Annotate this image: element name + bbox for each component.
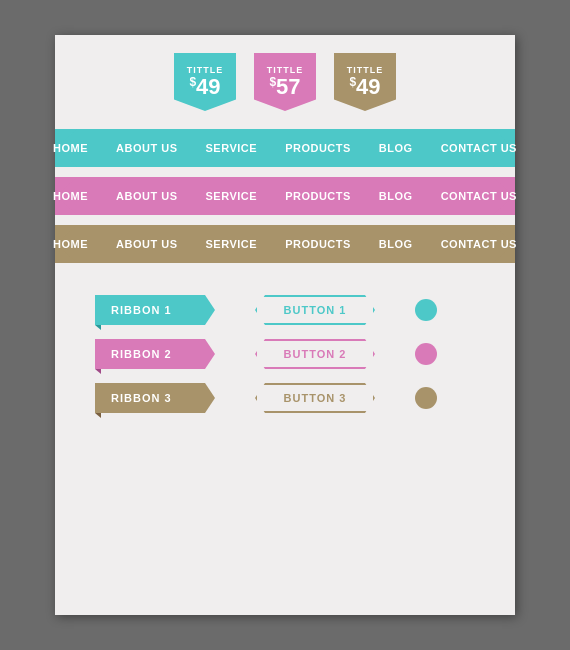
ribbon-1[interactable]: RIBBON 1 [95, 295, 215, 325]
button-1-body: BUTTON 1 [255, 295, 375, 325]
button-3[interactable]: BUTTON 3 [255, 383, 375, 413]
ribbon-2-body: RIBBON 2 [95, 339, 215, 369]
price-value-pink: $57 [269, 76, 300, 98]
nav-blog-3[interactable]: BLOG [365, 238, 427, 250]
nav-service-3[interactable]: SERVICE [192, 238, 272, 250]
price-tag-cyan: TITTLE $49 [174, 53, 236, 111]
ribbon-2[interactable]: RIBBON 2 [95, 339, 215, 369]
nav-service-2[interactable]: SERVICE [192, 190, 272, 202]
button-1[interactable]: BUTTON 1 [255, 295, 375, 325]
price-tag-label-pink: TITTLE [267, 65, 304, 75]
navbar-pink-items: HOME ABOUT US SERVICE PRODUCTS BLOG CONT… [77, 190, 493, 202]
price-tag-body-pink: TITTLE $57 [254, 53, 316, 111]
nav-about-2[interactable]: ABOUT US [102, 190, 191, 202]
navbar-cyan-items: HOME ABOUT US SERVICE PRODUCTS BLOG CONT… [77, 142, 493, 154]
elements-section: RIBBON 1 BUTTON 1 RIBBON 2 BUTTON 2 RIBB… [55, 273, 515, 435]
page-card: TITTLE $49 TITTLE $57 TITTLE $49 HOME [55, 35, 515, 615]
nav-about-3[interactable]: ABOUT US [102, 238, 191, 250]
nav-home-3[interactable]: HOME [39, 238, 102, 250]
price-tag-label-gold: TITTLE [347, 65, 384, 75]
nav-blog-1[interactable]: BLOG [365, 142, 427, 154]
price-tag-label-cyan: TITTLE [187, 65, 224, 75]
price-tags-section: TITTLE $49 TITTLE $57 TITTLE $49 [55, 35, 515, 111]
dot-3 [415, 387, 437, 409]
nav-contact-3[interactable]: CONTACT US [427, 238, 531, 250]
button-2[interactable]: BUTTON 2 [255, 339, 375, 369]
ribbon-3-body: RIBBON 3 [95, 383, 215, 413]
price-tag-gold: TITTLE $49 [334, 53, 396, 111]
price-tag-pink: TITTLE $57 [254, 53, 316, 111]
nav-service-1[interactable]: SERVICE [192, 142, 272, 154]
ribbon-1-tail [95, 325, 101, 330]
ribbon-3[interactable]: RIBBON 3 [95, 383, 215, 413]
navbars-container: HOME ABOUT US SERVICE PRODUCTS BLOG CONT… [55, 129, 515, 263]
element-row-2: RIBBON 2 BUTTON 2 [95, 339, 485, 369]
navbar-pink: HOME ABOUT US SERVICE PRODUCTS BLOG CONT… [77, 177, 493, 215]
button-2-body: BUTTON 2 [255, 339, 375, 369]
dot-1 [415, 299, 437, 321]
ribbon-1-body: RIBBON 1 [95, 295, 215, 325]
nav-contact-2[interactable]: CONTACT US [427, 190, 531, 202]
nav-products-2[interactable]: PRODUCTS [271, 190, 365, 202]
dot-2 [415, 343, 437, 365]
navbar-cyan: HOME ABOUT US SERVICE PRODUCTS BLOG CONT… [77, 129, 493, 167]
nav-blog-2[interactable]: BLOG [365, 190, 427, 202]
nav-products-3[interactable]: PRODUCTS [271, 238, 365, 250]
price-tag-body-cyan: TITTLE $49 [174, 53, 236, 111]
navbar-gold-items: HOME ABOUT US SERVICE PRODUCTS BLOG CONT… [77, 238, 493, 250]
nav-products-1[interactable]: PRODUCTS [271, 142, 365, 154]
price-value-cyan: $49 [189, 76, 220, 98]
nav-about-1[interactable]: ABOUT US [102, 142, 191, 154]
nav-contact-1[interactable]: CONTACT US [427, 142, 531, 154]
ribbon-3-tail [95, 413, 101, 418]
ribbon-2-tail [95, 369, 101, 374]
element-row-3: RIBBON 3 BUTTON 3 [95, 383, 485, 413]
price-value-gold: $49 [349, 76, 380, 98]
element-row-1: RIBBON 1 BUTTON 1 [95, 295, 485, 325]
navbar-gold: HOME ABOUT US SERVICE PRODUCTS BLOG CONT… [77, 225, 493, 263]
nav-home-2[interactable]: HOME [39, 190, 102, 202]
nav-home-1[interactable]: HOME [39, 142, 102, 154]
price-tag-body-gold: TITTLE $49 [334, 53, 396, 111]
button-3-body: BUTTON 3 [255, 383, 375, 413]
